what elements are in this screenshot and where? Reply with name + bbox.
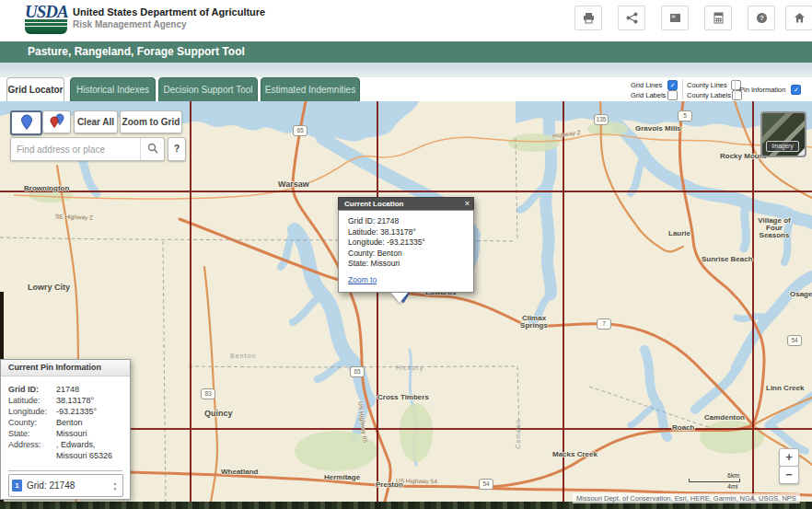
scale-bar: [689, 481, 740, 482]
grid-selector-label: Grid: 21748: [27, 480, 110, 491]
town-label: Climax Springs: [512, 315, 556, 330]
popup-field-value: 38.13178°: [380, 227, 416, 237]
town-label: Camdenton: [704, 413, 745, 422]
report-window-icon: [669, 12, 681, 24]
scale-mi-label: 4mi: [727, 483, 737, 490]
county-label: Camden: [515, 419, 521, 448]
highway-shield: 65: [293, 125, 307, 136]
basemap-imagery-toggle[interactable]: Imagery: [760, 111, 806, 157]
grid-badge: 1: [12, 480, 22, 492]
tab-historical-indexes[interactable]: Historical Indexes: [70, 77, 156, 102]
town-label: Lowry City: [28, 283, 70, 292]
town-label: Laurie: [668, 229, 690, 237]
town-label: Osage Beach: [790, 290, 812, 298]
pin-information-checkbox[interactable]: ✓: [791, 85, 801, 95]
search-input[interactable]: [11, 139, 140, 159]
town-label: Linn Creek: [766, 384, 804, 392]
map-attribution: Missouri Dept. of Conservation, Esri, HE…: [573, 493, 800, 503]
highway-shield: 54: [479, 479, 493, 490]
app-title: Pasture, Rangeland, Forage Support Tool: [28, 45, 245, 58]
county-labels-label: County Labels: [687, 91, 731, 99]
map-help-button[interactable]: ?: [168, 137, 186, 161]
clear-all-button[interactable]: Clear All: [74, 110, 118, 133]
field-label: Grid ID:: [8, 384, 56, 395]
field-label: State:: [8, 428, 56, 439]
highway-shield: 5: [678, 110, 692, 121]
tab-estimated-indemnities[interactable]: Estimated Indemnities: [261, 77, 360, 102]
highway-shield: 54: [787, 335, 802, 346]
app-banner: Pasture, Rangeland, Forage Support Tool: [0, 41, 812, 63]
zoom-in-button[interactable]: +: [779, 448, 799, 467]
share-button[interactable]: [618, 6, 645, 30]
pin-information-label: Pin Information: [739, 86, 785, 94]
pin-panel-rows: Grid ID:21748 Latitude:38.13178° Longitu…: [1, 376, 130, 461]
popup-field-label: State:: [348, 259, 368, 268]
current-pin-information-panel: Current Pin Information Grid ID:21748 La…: [0, 359, 131, 500]
grid-selector[interactable]: 1 Grid: 21748 ▲▼: [8, 474, 123, 497]
help-button[interactable]: ?: [748, 6, 775, 30]
field-value: 21748: [56, 384, 79, 395]
field-label: Latitude:: [8, 395, 56, 406]
field-label: Longitude:: [8, 406, 56, 417]
town-label: Preston: [376, 480, 403, 489]
print-button[interactable]: [574, 6, 602, 30]
field-value: Missouri 65326: [56, 450, 112, 461]
field-value: 38.13178°: [56, 395, 94, 406]
field-label: County:: [8, 417, 56, 428]
field-label: Address:: [8, 439, 56, 450]
search-box: [10, 137, 165, 161]
background-strip: [0, 63, 812, 77]
town-label: Village of Four Seasons: [753, 217, 795, 239]
search-icon: [147, 141, 158, 157]
spinner-down-icon[interactable]: ▼: [113, 486, 118, 492]
blue-pin-icon: [20, 122, 33, 133]
drop-pin-button[interactable]: [10, 110, 42, 135]
town-label: Sunrise Beach: [702, 255, 753, 263]
grid-labels-checkbox[interactable]: [667, 90, 678, 100]
popup-field-label: Longitude:: [348, 237, 385, 247]
usda-logo-text: USDA: [25, 4, 67, 20]
report-button[interactable]: [661, 6, 689, 30]
zoom-to-link[interactable]: Zoom to: [348, 275, 377, 284]
field-value: Benton: [56, 417, 83, 428]
prf-support-tool-app: USDA United States Department of Agricul…: [0, 0, 812, 509]
help-icon: ?: [756, 12, 768, 24]
field-value: Missouri: [56, 428, 87, 439]
divider: [8, 470, 122, 471]
zoom-to-grid-button[interactable]: Zoom to Grid: [120, 110, 182, 133]
header: USDA United States Department of Agricul…: [0, 0, 812, 41]
calculator-button[interactable]: [704, 6, 732, 30]
popup-field-label: Grid ID:: [348, 216, 375, 226]
tab-grid-locator[interactable]: Grid Locator: [6, 77, 64, 101]
road-label: SE Highway Z: [55, 213, 93, 220]
svg-text:?: ?: [760, 14, 764, 22]
usda-swoosh-icon: [25, 19, 67, 34]
county-label: Benton: [230, 353, 256, 359]
multi-pin-button[interactable]: [42, 110, 71, 133]
county-label: Hickory: [396, 364, 423, 371]
corner-fold-icon: [797, 148, 805, 156]
spinner-arrows[interactable]: ▲▼: [110, 480, 121, 492]
popup-field-value: 21748: [377, 216, 400, 226]
pin-panel-title: Current Pin Information: [1, 360, 130, 376]
highway-shield: 135: [594, 114, 609, 125]
agency-subtitle: Risk Management Agency: [73, 19, 187, 29]
scale-km-label: 6km: [727, 472, 739, 479]
current-location-popup: Current Location × Grid ID: 21748 Latitu…: [338, 197, 474, 293]
calculator-icon: [713, 12, 725, 24]
tab-decision-support-tool[interactable]: Decision Support Tool: [158, 77, 258, 102]
highway-shield: 7: [597, 318, 611, 330]
county-lines-label: County Lines: [687, 81, 727, 89]
search-button[interactable]: [140, 138, 164, 160]
print-icon: [583, 12, 595, 24]
zoom-out-button[interactable]: −: [779, 466, 799, 484]
popup-body: Grid ID: 21748 Latitude: 38.13178° Longi…: [338, 210, 474, 293]
town-label: Macks Creek: [552, 450, 597, 458]
share-icon: [626, 12, 638, 24]
highway-shield: 83: [201, 388, 215, 399]
home-button[interactable]: [785, 6, 812, 30]
imagery-label: Imagery: [766, 141, 799, 152]
popup-close-icon[interactable]: ×: [465, 198, 470, 210]
field-value: , Edwards,: [56, 439, 96, 450]
grid-lines-checkbox[interactable]: ✓: [667, 80, 678, 90]
